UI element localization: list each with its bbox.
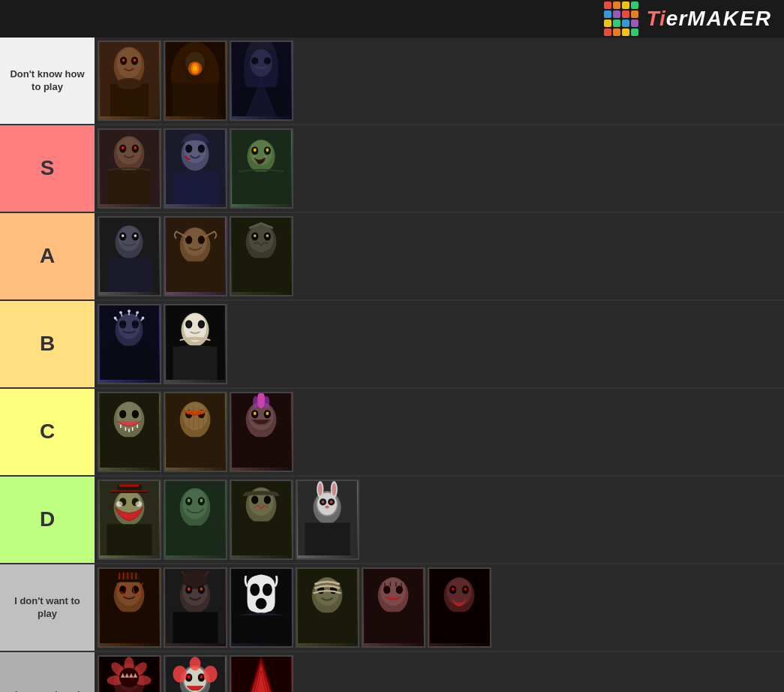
tier-items-a xyxy=(95,213,784,299)
svg-point-159 xyxy=(318,483,323,496)
char-hag[interactable] xyxy=(230,128,293,209)
char-leatherface2[interactable] xyxy=(428,567,491,648)
header: TierMAKER xyxy=(0,0,784,38)
tier-items-s xyxy=(95,125,784,212)
svg-point-131 xyxy=(116,501,122,507)
char-demogorgon[interactable] xyxy=(98,655,161,692)
svg-point-132 xyxy=(135,501,142,507)
char-lf[interactable] xyxy=(362,567,425,648)
svg-rect-137 xyxy=(110,490,149,492)
char-myers[interactable] xyxy=(164,304,227,384)
svg-rect-183 xyxy=(173,612,218,643)
svg-point-211 xyxy=(464,588,467,591)
tier-items-c xyxy=(95,389,784,475)
tier-label-never: I never played xyxy=(0,652,95,692)
char-pinhead[interactable] xyxy=(98,304,161,384)
char-unknown-killer[interactable] xyxy=(164,480,227,560)
tier-label-d: D xyxy=(0,477,95,563)
logo-text: TierMAKER xyxy=(646,7,772,31)
char-scarecrow[interactable] xyxy=(164,392,227,472)
svg-point-102 xyxy=(132,410,139,418)
tier-label-dont: I don't want to play xyxy=(0,564,95,651)
svg-point-101 xyxy=(119,410,126,418)
char-nurse[interactable] xyxy=(164,128,227,209)
svg-point-2 xyxy=(116,47,141,78)
tier-label-c: C xyxy=(0,389,95,475)
svg-rect-194 xyxy=(305,612,350,643)
svg-point-181 xyxy=(188,588,191,591)
tier-items-dont xyxy=(95,564,784,651)
svg-point-144 xyxy=(188,499,191,503)
svg-point-187 xyxy=(256,598,267,609)
tier-row-d: D xyxy=(0,477,784,564)
svg-point-185 xyxy=(250,583,260,596)
svg-point-29 xyxy=(134,146,137,150)
char-jester[interactable] xyxy=(164,655,227,692)
svg-point-231 xyxy=(200,675,203,679)
char-deathslinger[interactable] xyxy=(98,480,161,560)
svg-point-178 xyxy=(182,570,207,589)
svg-point-5 xyxy=(122,59,125,62)
char-freddy[interactable] xyxy=(98,567,161,648)
svg-point-95 xyxy=(187,321,191,326)
svg-rect-114 xyxy=(173,437,218,468)
svg-point-124 xyxy=(264,396,269,409)
char-pyramid-head[interactable] xyxy=(230,655,293,692)
char-fox[interactable] xyxy=(164,567,227,648)
svg-point-51 xyxy=(134,234,137,237)
tier-row-b: B xyxy=(0,301,784,389)
svg-point-71 xyxy=(128,310,131,313)
svg-point-42 xyxy=(254,149,257,152)
char-artist[interactable] xyxy=(164,216,227,296)
tier-label-s: S xyxy=(0,125,95,212)
tier-label-b: B xyxy=(0,301,95,387)
svg-point-96 xyxy=(200,321,204,326)
svg-point-35 xyxy=(198,144,205,152)
char-rabbit-d[interactable] xyxy=(296,480,359,560)
char-doctor[interactable] xyxy=(230,216,293,296)
svg-point-230 xyxy=(188,675,191,679)
char-plague-d[interactable] xyxy=(230,480,293,560)
char-twins[interactable] xyxy=(98,216,161,296)
char-plague[interactable] xyxy=(98,41,161,121)
char-oni[interactable] xyxy=(230,392,293,472)
svg-rect-212 xyxy=(437,612,482,643)
svg-rect-66 xyxy=(239,258,284,292)
tier-items-never xyxy=(95,652,784,692)
svg-point-75 xyxy=(136,311,139,314)
svg-rect-30 xyxy=(108,170,150,204)
svg-point-73 xyxy=(119,311,122,314)
svg-rect-58 xyxy=(173,261,218,292)
char-billy[interactable] xyxy=(296,567,359,648)
svg-point-163 xyxy=(322,501,325,504)
svg-point-151 xyxy=(264,495,271,504)
char-clown[interactable] xyxy=(98,392,161,472)
svg-point-64 xyxy=(254,234,257,237)
svg-rect-146 xyxy=(173,525,218,555)
tier-row-unknown: Don't know how to play xyxy=(0,38,784,125)
svg-rect-173 xyxy=(108,579,150,582)
svg-rect-44 xyxy=(239,172,284,204)
svg-point-8 xyxy=(116,78,141,89)
char-ghostface[interactable] xyxy=(230,567,293,648)
tier-label-a: A xyxy=(0,213,95,299)
svg-point-160 xyxy=(332,483,337,496)
svg-point-121 xyxy=(266,412,269,416)
svg-rect-36 xyxy=(173,172,218,204)
svg-point-186 xyxy=(263,583,272,596)
char-spirit[interactable] xyxy=(230,41,293,121)
svg-point-145 xyxy=(200,499,203,503)
svg-point-65 xyxy=(266,234,269,237)
tier-list: TierMAKER Don't know how to play xyxy=(0,0,784,692)
svg-point-120 xyxy=(254,412,257,416)
tier-label-unknown: Don't know how to play xyxy=(0,38,95,124)
svg-point-21 xyxy=(264,57,271,64)
svg-rect-166 xyxy=(305,523,350,555)
svg-point-164 xyxy=(330,501,333,504)
svg-rect-52 xyxy=(107,258,152,292)
svg-rect-125 xyxy=(239,437,284,468)
char-trapper[interactable] xyxy=(98,128,161,209)
char-wraith[interactable] xyxy=(164,41,227,121)
svg-point-57 xyxy=(198,236,205,244)
svg-rect-188 xyxy=(239,615,284,643)
